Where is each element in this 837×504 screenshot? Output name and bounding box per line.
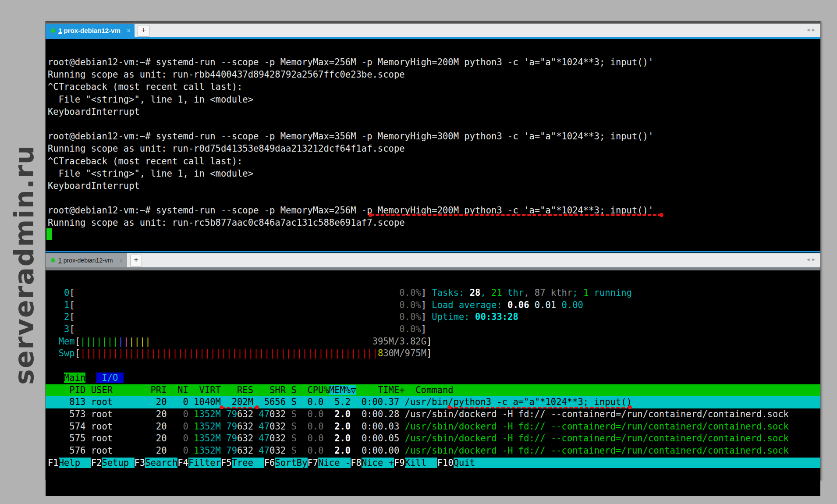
process-row[interactable]: 573 root 20 0 1352M 79632 47032 S 0.0 2.… [46,408,820,421]
terminal-line: KeyboardInterrupt [46,180,820,192]
terminal-line: ^CTraceback (most recent call last): [46,81,820,93]
tab-label: 1 prox-debian12-vm [58,27,121,34]
tab-number: 1 [58,257,62,264]
terminal-line: Running scope as unit: run-rbb4400437d89… [46,68,820,81]
process-table-header[interactable]: PID USER PRI NI VIRT RES SHR S CPU%MEM%▽… [46,384,820,397]
desktop: serveradmin.ru 1 prox-debian12-vm × + ◂▸… [0,0,837,504]
terminal-window-inactive: 1 prox-debian12-vm × + ◂▸ 0[ 0.0%] Tasks… [45,253,821,480]
tab-number: 1 [58,27,62,34]
terminal-line: File "<string>", line 1, in <module> [46,167,820,180]
watermark-text: serveradmin.ru [9,145,39,385]
process-row[interactable]: 574 root 20 0 1352M 79632 47032 S 0.0 2.… [46,421,820,433]
cpu-meter-2: 2[ 0.0%] Uptime: 00:33:28 [46,311,820,323]
blank-line [46,360,820,372]
tab-scroll-arrows[interactable]: ◂▸ [807,26,818,33]
tab-close-icon[interactable]: × [127,27,131,34]
tab-title: prox-debian12-vm [64,257,113,264]
terminal-line: KeyboardInterrupt [46,106,820,118]
tab-status-dot [51,258,55,263]
annotation-dashed-underline-python [449,407,630,408]
terminal-line [46,118,820,130]
annotation-dashed-underline-command [370,214,662,216]
inactive-accent-stripe [46,267,820,270]
tab-close-icon[interactable]: × [120,257,123,264]
process-row[interactable]: 576 root 20 0 1352M 79632 47032 S 0.0 2.… [46,445,820,457]
terminal-line: root@debian12-vm:~# systemd-run --scope … [46,56,820,68]
new-tab-button[interactable]: + [130,255,142,266]
new-tab-button[interactable]: + [138,25,149,37]
tab-scroll-arrows[interactable]: ◂▸ [807,256,818,263]
swap-meter: Swp[||||||||||||||||||||||||||||||||||||… [46,348,820,360]
scroll-right-icon[interactable]: ▸ [812,256,818,263]
annotation-dashed-underline-res [221,407,257,408]
scroll-left-icon[interactable]: ◂ [807,26,812,33]
scroll-left-icon[interactable]: ◂ [807,256,812,263]
htop-screen[interactable]: 0[ 0.0%] Tasks: 28, 21 thr, 87 kthr; 1 r… [46,270,820,496]
tab-bar-bottom: 1 prox-debian12-vm × + ◂▸ [46,253,820,267]
screen-tabs[interactable]: Main I/O [46,372,820,384]
cpu-meter-1: 1[ 0.0%] Load average: 0.06 0.01 0.00 [46,299,820,312]
terminal-line: ^CTraceback (most recent call last): [46,155,820,167]
scroll-right-icon[interactable]: ▸ [812,26,818,33]
tab-prox-debian12-vm[interactable]: 1 prox-debian12-vm × [46,24,135,37]
terminal-cursor [46,228,52,240]
process-row[interactable]: 575 root 20 0 1352M 79632 47032 S 0.0 2.… [46,433,820,445]
tab-label: 1 prox-debian12-vm [58,257,113,264]
terminal-line: Running scope as unit: run-r0d75d41353e8… [46,142,820,155]
terminal-line [46,192,820,204]
tab-bar-top: 1 prox-debian12-vm × + ◂▸ [46,24,820,37]
terminal-output[interactable]: root@debian12-vm:~# systemd-run --scope … [46,39,820,268]
tab-status-dot [51,28,55,33]
memory-meter: Mem[||||||||||||| 395M/3.82G] [46,336,820,348]
tab-title: prox-debian12-vm [64,27,121,34]
process-row-selected[interactable]: 813 root 20 0 1040M 202M 5656 S 0.0 5.2 … [46,396,820,408]
cpu-meter-3: 3[ 0.0%] [46,323,820,336]
terminal-window-active: 1 prox-debian12-vm × + ◂▸ root@debian12-… [45,21,821,253]
htop-function-bar[interactable]: F1Help F2Setup F3SearchF4FilterF5Tree F6… [46,457,820,469]
active-accent-stripe-bottom [46,251,820,252]
cpu-meter-0: 0[ 0.0%] Tasks: 28, 21 thr, 87 kthr; 1 r… [46,287,820,299]
terminal-line: File "<string>", line 1, in <module> [46,93,820,106]
tab-prox-debian12-vm-2[interactable]: 1 prox-debian12-vm × [46,253,127,267]
terminal-line: root@debian12-vm:~# systemd-run --scope … [46,130,820,142]
terminal-line: Running scope as unit: run-rc5b877aac0c8… [46,217,820,229]
